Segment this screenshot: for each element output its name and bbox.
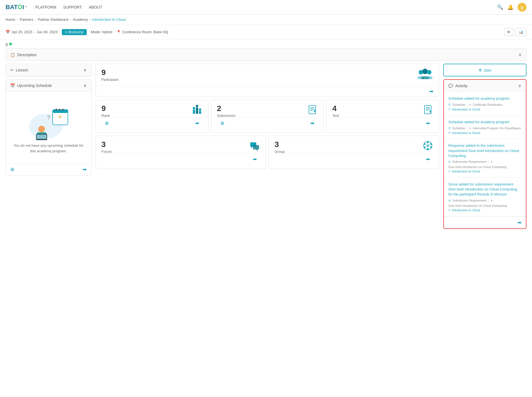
description-bar[interactable]: 📋 Description ∨ [6, 48, 526, 61]
left-sidebar: ✂ Lesson ∨ 📅 Upcoming Schedule ∨ [6, 64, 91, 229]
forum-count: 3 [101, 140, 112, 149]
scissors-icon-2: ✂ [448, 170, 451, 173]
svg-rect-18 [193, 110, 195, 114]
program-name-2: Introduction to Cloud [452, 170, 480, 173]
location: 📍 Conference Room, Batoi HQ [116, 30, 168, 34]
schedule-nav-btn[interactable]: ➡ [83, 166, 87, 172]
activity-subtype-1: Internship Program On CloudSpace [473, 127, 521, 130]
breadcrumb-partner-dashboard[interactable]: Partner Dashboard [38, 17, 68, 22]
group-nav-btn[interactable]: ➡ [426, 156, 430, 162]
list-icon-3: ≡ [491, 199, 492, 202]
forum-footer: ➡ [101, 154, 260, 164]
schedule-content: ★ ? You do not have any upcoming schedul… [6, 92, 91, 163]
user-letter: g [6, 42, 8, 46]
activity-program-1[interactable]: ✂ Introduction to Cloud [448, 131, 521, 135]
rank-footer: ⊕ ➡ [101, 118, 203, 128]
activity-program-2[interactable]: ✂ Introduction to Cloud [448, 170, 521, 173]
activity-list: Schedule added for academy program ⊙ Sch… [444, 92, 526, 216]
nav-platform[interactable]: PLATFORM [35, 5, 56, 9]
svg-point-1 [38, 126, 45, 132]
activity-item: Response added to the submission require… [444, 139, 526, 178]
participants-label: Participant [101, 78, 118, 82]
activity-footer: ➡ [444, 216, 526, 228]
clock-icon-2: ⊙ [448, 160, 451, 164]
program-name-1: Introduction to Cloud [452, 131, 480, 135]
join-button[interactable]: ⊕ Join [443, 64, 526, 76]
forum-card: 3 Forum ➡ [96, 136, 266, 169]
svg-point-14 [427, 70, 431, 74]
activity-item-title[interactable]: Score added for submission requirement G… [448, 182, 521, 197]
schedule-label: Upcoming Schedule [17, 83, 52, 88]
mode-text: Mode: Hybrid [91, 30, 112, 34]
participants-nav-btn[interactable]: ➡ [429, 88, 433, 94]
submission-footer: ⊕ ➡ [217, 118, 318, 128]
activity-item-title[interactable]: Schedule added for academy program [448, 120, 521, 125]
rank-label: Rank [101, 114, 110, 118]
activity-nav-btn[interactable]: ➡ [517, 220, 521, 226]
join-icon: ⊕ [479, 68, 482, 73]
activity-subtype-3: Give brief introduction on Cloud Computi… [448, 204, 507, 207]
test-footer: ➡ [332, 118, 433, 128]
activity-label: Activity [455, 84, 467, 88]
breadcrumb-partners[interactable]: Partners [20, 17, 33, 22]
lesson-icon: ✂ [10, 68, 14, 72]
test-nav-btn[interactable]: ➡ [426, 120, 430, 126]
notification-button[interactable]: 🔔 [507, 4, 513, 10]
rank-nav-btn[interactable]: ➡ [195, 120, 199, 126]
avatar[interactable]: g [518, 3, 526, 12]
activity-item-title[interactable]: Schedule added for academy program [448, 96, 521, 101]
breadcrumb-sep-4: › [89, 17, 91, 22]
activity-item-meta-3: ⊙ Submission Requirement | ≡ Give brief … [448, 199, 521, 207]
calendar-icon: 📅 [6, 30, 10, 34]
forum-icon [249, 140, 260, 152]
test-count: 4 [332, 104, 339, 113]
test-icon [422, 104, 433, 116]
nav-about[interactable]: ABOUT [89, 5, 102, 9]
activity-item-title[interactable]: Response added to the submission require… [448, 143, 521, 158]
lesson-label: Lesson [16, 68, 28, 72]
forum-nav-btn[interactable]: ➡ [253, 156, 257, 162]
lesson-header[interactable]: ✂ Lesson ∨ [6, 64, 91, 76]
list-icon-2: ≡ [491, 160, 492, 163]
activity-subtype-0: Certificate Distribution [473, 103, 503, 106]
logo[interactable]: BAT Ö I ™ [6, 4, 27, 11]
schedule-add-btn[interactable]: ⊕ [10, 166, 14, 172]
svg-text:?: ? [47, 114, 50, 120]
date-range: 📅 Apr 20, 2023 - Jun 30, 2023 [6, 30, 58, 34]
breadcrumb-academy[interactable]: Academy [73, 17, 88, 22]
date-start: Apr 20, 2023 [12, 30, 32, 34]
logo-accent: Ö [18, 4, 22, 11]
schedule-empty: ★ ? You do not have any upcoming schedul… [10, 96, 87, 159]
search-button[interactable]: 🔍 [497, 4, 503, 10]
breadcrumb-home[interactable]: Home [6, 17, 15, 22]
submission-add-btn[interactable]: ⊕ [220, 120, 224, 126]
activity-program-3[interactable]: ✂ Introduction to Cloud [448, 208, 521, 212]
badge-label: Bootcamp [68, 30, 83, 34]
test-card: 4 Test [326, 100, 439, 133]
svg-point-22 [196, 105, 198, 107]
action-btn-1[interactable]: ⚙ [504, 28, 513, 36]
activity-program-0[interactable]: ✂ Introduction to Cloud [448, 107, 521, 111]
user-indicator: g [0, 40, 532, 48]
svg-rect-35 [253, 145, 259, 149]
activity-panel: 💬 Activity ∨ Schedule added for academy … [443, 79, 526, 229]
forum-label: Forum [101, 149, 112, 154]
action-btn-2[interactable]: 📊 [516, 28, 526, 36]
rank-add-btn[interactable]: ⊕ [105, 120, 109, 126]
description-chevron: ∨ [518, 52, 522, 57]
breadcrumb: Home › Partners › Partner Dashboard › Ac… [0, 15, 532, 25]
stats-grid-bottom: 3 Forum ➡ [96, 136, 439, 169]
participants-icon [417, 68, 433, 81]
svg-line-46 [424, 144, 428, 146]
svg-line-48 [424, 146, 428, 147]
sep-1: | [467, 127, 468, 130]
lesson-chevron: ∨ [83, 67, 87, 73]
participants-info: 9 Participant [101, 68, 118, 82]
sep-0: | [467, 103, 468, 106]
center-content: 9 Participant ➡ [96, 64, 439, 229]
svg-rect-20 [199, 111, 201, 114]
nav-support[interactable]: SUPPORT [63, 5, 82, 9]
activity-header[interactable]: 💬 Activity ∨ [444, 80, 526, 92]
submission-nav-btn[interactable]: ➡ [310, 120, 314, 126]
schedule-header[interactable]: 📅 Upcoming Schedule ∨ [6, 79, 91, 92]
